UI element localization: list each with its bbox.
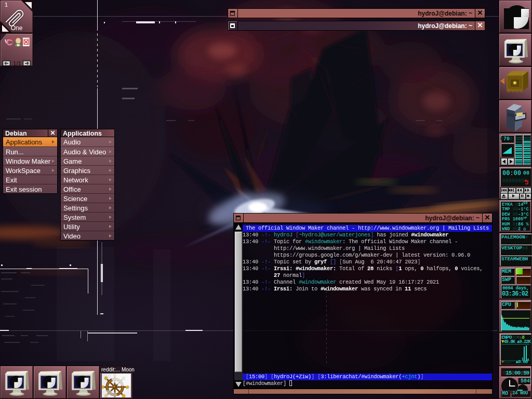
svg-text:1/1: 1/1 (13, 60, 21, 66)
